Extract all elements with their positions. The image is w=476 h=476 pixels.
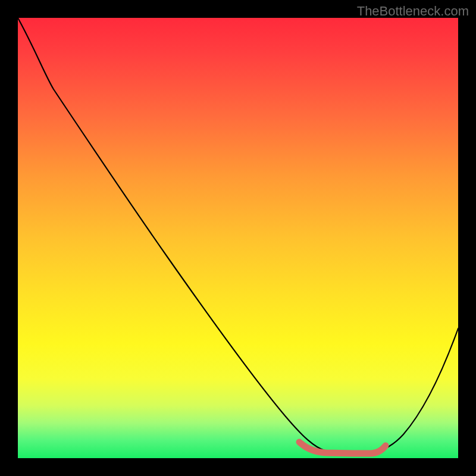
watermark-text: TheBottleneck.com: [357, 4, 469, 19]
plot-area: [18, 18, 458, 458]
chart-frame: TheBottleneck.com: [0, 0, 476, 476]
curve-svg: [18, 18, 458, 458]
main-curve: [18, 18, 458, 453]
